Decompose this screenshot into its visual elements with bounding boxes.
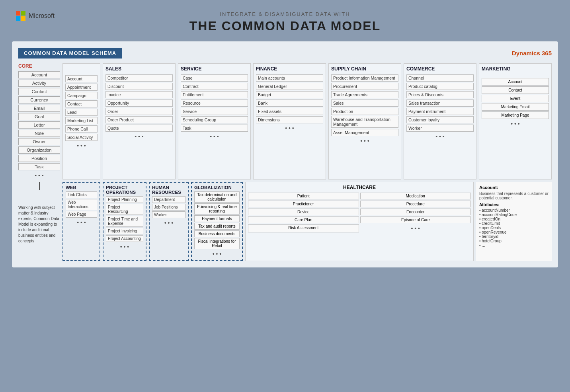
service-item: Resource: [181, 99, 248, 107]
supply-item: Product Information Management: [331, 74, 398, 82]
healthcare-ellipsis: • • •: [360, 224, 471, 232]
healthcare-item: Patient: [248, 193, 359, 199]
marketing-item: Account: [482, 78, 549, 86]
account-attr: • creditLimit: [479, 221, 549, 226]
marketing-item: Contact: [482, 86, 549, 94]
web-item: Web Page: [66, 211, 97, 218]
core-item: Goal: [18, 113, 60, 120]
sales-item: Invoice: [105, 91, 173, 98]
supply-item: Production: [331, 108, 398, 115]
supply-chain-column: SUPPLY CHAIN Product Information Managem…: [328, 63, 401, 179]
healthcare-item: Device: [248, 209, 359, 215]
finance-item: Fixed assets: [256, 108, 323, 115]
web-ellipsis: • • •: [66, 218, 97, 226]
attrs-label: Attributes:: [479, 203, 549, 207]
core-label: CORE: [18, 63, 60, 69]
glob-item: Tax determination and calcultaion: [194, 191, 240, 203]
commerce-item: Worker: [406, 125, 474, 132]
core-item: Email: [18, 105, 60, 112]
sales-item: Order: [105, 108, 173, 115]
glob-item: Business documents: [194, 230, 240, 237]
sales-item: Order Product: [105, 116, 173, 123]
account-info-block: Account: Business that represents a cust…: [476, 182, 552, 261]
project-ellipsis: • • •: [106, 243, 143, 251]
finance-item: General Ledger: [256, 83, 323, 90]
core-item: Contact: [18, 88, 60, 95]
supply-item: Procurement: [331, 83, 398, 90]
healthcare-item: Care Plan: [248, 216, 359, 223]
top-section: CORE Account Activity Contact Currency E…: [18, 63, 552, 179]
glob-item: Fiscal integrations for Retail: [194, 238, 240, 249]
crm-column: Account Appointment Campaign Contact Lea…: [62, 63, 100, 179]
service-item: Case: [181, 74, 248, 82]
finance-header: FINANCE: [256, 66, 323, 72]
project-item: Project Resourcing: [106, 204, 143, 215]
supply-item: Trade Agreements: [331, 91, 398, 98]
healthcare-header: HEALTHCARE: [248, 185, 471, 190]
account-attr: • territoryid: [479, 234, 549, 239]
web-item: Web Interactions: [66, 199, 97, 210]
account-info-title: Account:: [479, 185, 549, 190]
service-ellipsis: • • •: [181, 133, 248, 140]
glob-item: E-invoicing & real time reporting: [194, 203, 240, 215]
core-item: Letter: [18, 121, 60, 129]
logo-grid: [16, 11, 25, 21]
commerce-item: Product catalog: [406, 83, 474, 90]
hr-ellipsis: • • •: [152, 219, 185, 227]
globalization-section: GLOBALIZATION Tax determination and calc…: [191, 182, 243, 261]
logo-text: Microsoft: [29, 12, 55, 20]
web-header: WEB: [66, 185, 97, 190]
healthcare-grid: Patient Medication Practicioner Procedur…: [248, 193, 471, 232]
dynamics-label: Dynamics 365: [512, 50, 552, 57]
account-attr: • openDeals: [479, 226, 549, 230]
service-item: Service: [181, 108, 248, 115]
service-item: Contract: [181, 83, 248, 90]
healthcare-item: Episode of Care: [360, 216, 471, 223]
crm-item: Marketing List: [65, 117, 98, 124]
commerce-ellipsis: • • •: [406, 133, 474, 140]
hr-section: HUMAN RESOURCES Department Job Positions…: [149, 182, 189, 261]
healthcare-item: Practicioner: [248, 201, 359, 207]
project-item: Project Time and Expense: [106, 216, 143, 227]
marketing-item: Event: [482, 95, 549, 102]
globalization-header: GLOBALIZATION: [194, 185, 240, 190]
crm-item: Appointment: [65, 84, 98, 91]
marketing-header: MARKETING: [482, 66, 549, 72]
supply-header: SUPPLY CHAIN: [331, 66, 398, 72]
account-attr: • ...: [479, 243, 549, 248]
marketing-item: Marketing Email: [482, 103, 549, 111]
hr-item: Department: [152, 196, 185, 203]
core-item: Position: [18, 155, 60, 162]
hr-item: Worker: [152, 211, 185, 218]
core-item: Owner: [18, 138, 60, 145]
marketing-item: Marketing Page: [482, 111, 549, 119]
account-attr: • accountNumber: [479, 208, 549, 213]
healthcare-item: Procedure: [360, 201, 471, 207]
schema-title: COMMON DATA MODEL SCHEMA: [18, 48, 122, 59]
sales-column: SALES Competitor Discount Invoice Opport…: [103, 63, 176, 179]
account-attr: • createdOn: [479, 217, 549, 221]
main-container: COMMON DATA MODEL SCHEMA Dynamics 365 CO…: [12, 41, 558, 267]
core-item: Organization: [18, 146, 60, 154]
web-item: Link Clicks: [66, 191, 97, 198]
hr-header: HUMAN RESOURCES: [152, 185, 185, 195]
service-item: Entitlement: [181, 91, 248, 98]
sales-item: Opportunity: [105, 99, 173, 107]
commerce-column: COMMERCE Channel Product catalog Prices …: [404, 63, 476, 179]
sales-item: Discount: [105, 83, 173, 90]
commerce-item: Channel: [406, 74, 474, 82]
crm-item: Campaign: [65, 92, 98, 99]
crm-item: Contact: [65, 100, 98, 107]
service-item: Scheduling Group: [181, 116, 248, 123]
project-item: Project Accounting: [106, 235, 143, 242]
project-item: Project Planning: [106, 196, 143, 203]
account-info-description: Business that represents a customer or p…: [479, 191, 549, 200]
glob-item: Payment formats: [194, 215, 240, 222]
commerce-item: Prices & Discounts: [406, 91, 474, 98]
page-header: Microsoft Integrate & Disambiguate Data …: [0, 0, 570, 41]
project-ops-section: PROJECT OPERATIONS Project Planning Proj…: [103, 182, 146, 261]
service-column: SERVICE Case Contract Entitlement Resour…: [178, 63, 251, 179]
sales-item: Competitor: [105, 74, 173, 82]
supply-item: Sales: [331, 99, 398, 107]
core-item: Task: [18, 163, 60, 170]
